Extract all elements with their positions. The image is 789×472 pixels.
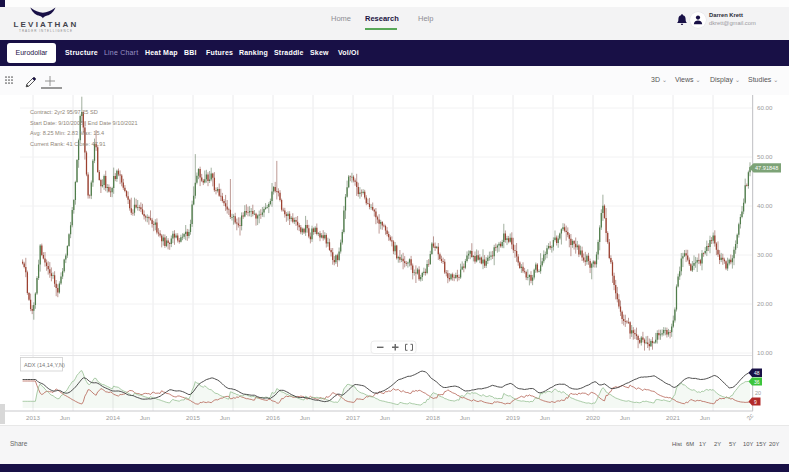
svg-text:40.00: 40.00 <box>757 202 773 209</box>
svg-text:Jun: Jun <box>380 414 391 421</box>
svg-text:9: 9 <box>754 399 757 405</box>
svg-text:47.91848: 47.91848 <box>755 165 778 171</box>
svg-text:Start Date: 9/10/2008 | End Da: Start Date: 9/10/2008 | End Date 9/10/20… <box>30 120 138 126</box>
svg-text:Current Rank: 41 Close: 47.91: Current Rank: 41 Close: 47.91 <box>30 141 106 147</box>
svg-text:Jun: Jun <box>460 414 471 421</box>
svg-text:2014: 2014 <box>106 414 120 421</box>
svg-text:Jun: Jun <box>300 414 311 421</box>
svg-text:Contract: 2yr2 95/97.25 SD: Contract: 2yr2 95/97.25 SD <box>30 109 98 115</box>
svg-text:50.00: 50.00 <box>757 153 773 160</box>
svg-text:2018: 2018 <box>426 414 440 421</box>
svg-text:Jun: Jun <box>140 414 151 421</box>
svg-text:20: 20 <box>755 390 761 396</box>
svg-text:Jun: Jun <box>540 414 551 421</box>
svg-text:ADX (14,14,Y,N): ADX (14,14,Y,N) <box>24 362 65 368</box>
svg-text:2020: 2020 <box>586 414 600 421</box>
svg-text:2013: 2013 <box>26 414 40 421</box>
svg-text:Jun: Jun <box>220 414 231 421</box>
svg-text:Jun: Jun <box>60 414 71 421</box>
svg-text:Jun: Jun <box>700 414 711 421</box>
svg-text:2016: 2016 <box>266 414 280 421</box>
svg-text:Avg: 8.25 Min: 2.83 Max: 15.: Avg: 8.25 Min: 2.83 Max: 15.4 <box>30 130 104 136</box>
svg-text:36: 36 <box>754 379 760 385</box>
svg-text:48: 48 <box>754 370 760 376</box>
svg-text:2021: 2021 <box>666 414 680 421</box>
svg-text:2017: 2017 <box>346 414 360 421</box>
svg-text:Jun: Jun <box>620 414 631 421</box>
svg-text:2019: 2019 <box>506 414 520 421</box>
svg-text:2c: 2c <box>745 412 755 422</box>
svg-text:60.00: 60.00 <box>757 104 773 111</box>
svg-text:30.00: 30.00 <box>757 251 773 258</box>
svg-text:10.00: 10.00 <box>757 349 773 356</box>
svg-text:20.00: 20.00 <box>757 300 773 307</box>
svg-text:2015: 2015 <box>186 414 200 421</box>
